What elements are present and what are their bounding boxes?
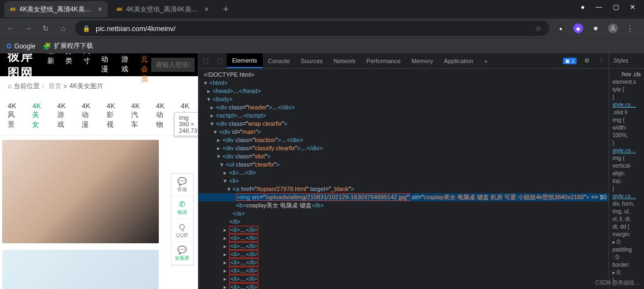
nav-link[interactable]: 尺寸: [83, 53, 90, 84]
browser-tab-active[interactable]: 4K 4K美女壁纸_高清4K美女图片_彼 ×: [4, 1, 108, 17]
widget-item[interactable]: QQQ群: [171, 219, 193, 242]
tab-sources[interactable]: Sources: [295, 53, 328, 68]
minimize-button[interactable]: —: [596, 3, 602, 11]
site-search: [151, 58, 195, 72]
bookmark-item[interactable]: G Google: [7, 42, 35, 50]
forward-button[interactable]: →: [23, 24, 34, 33]
tab-network[interactable]: Network: [328, 53, 361, 68]
hov-cls-toggle[interactable]: :hov .cls: [612, 71, 641, 78]
back-button[interactable]: ←: [5, 24, 16, 33]
category-link[interactable]: 4K影视: [107, 102, 116, 130]
reload-button[interactable]: ↻: [40, 24, 51, 33]
tab-favicon: 4K: [10, 7, 16, 12]
inspect-icon[interactable]: ⬚: [199, 57, 213, 64]
chat-icon: 💬: [177, 177, 187, 186]
styles-body[interactable]: :hov .cls element.style {}style.cs….slis…: [609, 69, 644, 289]
qq-icon: Q: [179, 223, 185, 231]
maximize-button[interactable]: ▢: [613, 3, 619, 11]
breadcrumb-current: 4K美女图片: [70, 82, 104, 91]
category-link[interactable]: 4K动物: [156, 102, 165, 130]
tab-elements[interactable]: Elements: [227, 53, 263, 68]
devtools-tabs: ⬚ ⬚ Elements Console Sources Network Per…: [199, 53, 609, 69]
account-icon[interactable]: ●: [581, 3, 585, 11]
category-link[interactable]: 4K游戏: [57, 102, 66, 130]
breadcrumb-sep: >: [64, 83, 67, 90]
styles-tab[interactable]: Styles: [609, 53, 644, 69]
browser-tab[interactable]: 4K 4K美女壁纸_高清4K美女图片_彼 ×: [111, 1, 214, 17]
tabs-overflow[interactable]: »: [479, 53, 493, 68]
close-window-button[interactable]: ✕: [630, 3, 635, 11]
lock-icon: 🔒: [83, 25, 90, 32]
devtools: ⬚ ⬚ Elements Console Sources Network Per…: [198, 53, 644, 289]
google-icon: G: [7, 42, 11, 50]
nav-vip-link[interactable]: 1元会员: [141, 53, 151, 84]
tab-title: 4K美女壁纸_高清4K美女图片_彼: [126, 5, 201, 14]
phone-icon: ✆: [179, 200, 185, 208]
issue-badge[interactable]: ▣ 1: [563, 58, 577, 64]
bookmark-icon: 🧩: [43, 42, 51, 50]
close-icon[interactable]: ×: [205, 5, 209, 14]
menu-icon[interactable]: ⋮: [626, 23, 634, 34]
gear-icon[interactable]: ⚙: [580, 57, 594, 64]
url-input[interactable]: 🔒 pic.netbian.com/4kmeinv/ ☆: [75, 21, 549, 36]
tab-title: 4K美女壁纸_高清4K美女图片_彼: [20, 5, 95, 14]
extension-icon[interactable]: ●: [556, 23, 566, 33]
profile-avatar[interactable]: 人: [608, 23, 618, 33]
site-logo[interactable]: 彼岸图网: [0, 53, 47, 81]
bookmark-label: 扩展程序下载: [54, 41, 93, 51]
tab-performance[interactable]: Performance: [361, 53, 406, 68]
bookmark-item[interactable]: 🧩 扩展程序下载: [43, 41, 93, 51]
nav-link[interactable]: 4K动漫: [101, 53, 110, 84]
nav-link[interactable]: 分类: [65, 53, 72, 84]
close-icon[interactable]: ×: [98, 5, 102, 14]
category-nav: 4K风景 4K美女 4K游戏 4K动漫 4K影视 4K汽车 4K动物 4K人物: [0, 96, 198, 136]
new-tab-button[interactable]: +: [218, 4, 234, 15]
inspect-tooltip: img 390 × 248.73: [174, 112, 198, 136]
category-link[interactable]: 4K汽车: [131, 102, 140, 130]
floating-widget: 💬客服 ✆电话 QQQ群 💬全面屏: [171, 173, 194, 266]
window-controls: ● — ▢ ✕: [572, 0, 644, 14]
widget-item[interactable]: 💬全面屏: [171, 242, 193, 265]
image-gallery: [0, 136, 198, 289]
breadcrumb-home[interactable]: 首页: [48, 82, 61, 91]
watermark: CSDN @界线喵…: [596, 279, 640, 287]
widget-item[interactable]: ✆电话: [171, 196, 193, 219]
tab-application[interactable]: Application: [438, 53, 479, 68]
gallery-thumb-inspected[interactable]: [2, 250, 159, 289]
devtools-main: ⬚ ⬚ Elements Console Sources Network Per…: [199, 53, 609, 289]
nav-link[interactable]: 4K游戏: [121, 53, 131, 84]
url-text: pic.netbian.com/4kmeinv/: [96, 24, 176, 33]
search-input[interactable]: [151, 58, 195, 72]
bookmark-star-icon[interactable]: ☆: [535, 24, 542, 33]
widget-item[interactable]: 💬客服: [171, 174, 193, 196]
dots-icon[interactable]: ⋮: [594, 57, 609, 64]
dom-tree[interactable]: <!DOCTYPE html> ▾<html> ▸<head>…</head> …: [199, 69, 609, 289]
breadcrumb-prefix: ⌂ 当前位置：: [8, 82, 46, 91]
category-link-active[interactable]: 4K美女: [32, 102, 41, 130]
content-area: 彼岸图网 最新 分类 尺寸 4K动漫 4K游戏 1元会员 ⌂ 当前位置： 首页 …: [0, 53, 644, 289]
site-header: 彼岸图网 最新 分类 尺寸 4K动漫 4K游戏 1元会员: [0, 53, 198, 76]
extensions: ● ◆ ✱ 人 ⋮: [556, 23, 639, 34]
gallery-thumb[interactable]: [2, 140, 159, 243]
tab-favicon: 4K: [116, 7, 123, 12]
bookmark-label: Google: [14, 42, 35, 50]
wechat-icon: 💬: [177, 245, 187, 254]
tab-console[interactable]: Console: [263, 53, 295, 68]
webpage: 彼岸图网 最新 分类 尺寸 4K动漫 4K游戏 1元会员 ⌂ 当前位置： 首页 …: [0, 53, 198, 289]
extensions-puzzle-icon[interactable]: ✱: [591, 23, 600, 33]
styles-panel: Styles :hov .cls element.style {}style.c…: [609, 53, 644, 289]
browser-tabbar: 4K 4K美女壁纸_高清4K美女图片_彼 × 4K 4K美女壁纸_高清4K美女图…: [0, 0, 644, 19]
extension-icon[interactable]: ◆: [573, 23, 583, 33]
device-icon[interactable]: ⬚: [213, 57, 227, 64]
tab-memory[interactable]: Memory: [406, 53, 439, 68]
home-button[interactable]: ⌂: [58, 24, 69, 33]
site-topnav: 最新 分类 尺寸 4K动漫 4K游戏 1元会员: [47, 53, 151, 84]
nav-link[interactable]: 最新: [47, 53, 54, 84]
address-bar: ← → ↻ ⌂ 🔒 pic.netbian.com/4kmeinv/ ☆ ● ◆…: [0, 19, 644, 38]
bookmarks-bar: G Google 🧩 扩展程序下载: [0, 38, 644, 53]
category-link[interactable]: 4K风景: [8, 102, 17, 130]
category-link[interactable]: 4K动漫: [82, 102, 91, 130]
